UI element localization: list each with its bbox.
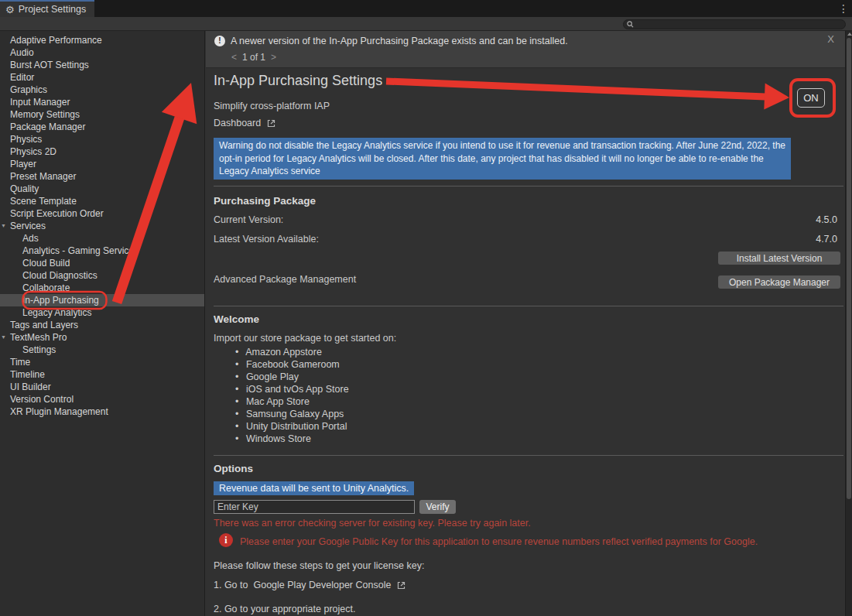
sidebar-item-label: Adaptive Performance xyxy=(10,35,102,46)
store-name: Samsung Galaxy Apps xyxy=(246,409,344,419)
open-package-manager-button[interactable]: Open Package Manager xyxy=(718,275,840,289)
sidebar-item[interactable]: TextMesh Pro xyxy=(0,331,204,344)
search-input[interactable] xyxy=(634,20,827,29)
store-name: Unity Distribution Portal xyxy=(246,421,347,432)
pager-prev-icon[interactable]: < xyxy=(231,52,237,63)
sidebar-item[interactable]: Services xyxy=(0,220,204,232)
tab-project-settings[interactable]: ⚙ Project Settings xyxy=(0,0,94,17)
window-title-bar: ⚙ Project Settings ⋮ xyxy=(0,0,852,17)
sidebar-item-label: TextMesh Pro xyxy=(10,332,67,343)
sidebar-item[interactable]: Physics 2D xyxy=(0,145,204,158)
sidebar-item[interactable]: Cloud Diagnostics xyxy=(0,269,204,282)
sidebar-item-label: Tags and Layers xyxy=(10,320,78,330)
alert-icon: ! xyxy=(214,36,225,46)
sidebar-item[interactable]: Preset Manager xyxy=(0,170,204,183)
google-key-warning-text: Please enter your Google Public Key for … xyxy=(240,536,758,547)
window-menu-icon[interactable]: ⋮ xyxy=(837,2,850,15)
sidebar-item[interactable]: XR Plugin Management xyxy=(0,406,204,418)
store-list-item: iOS and tvOs App Store xyxy=(235,383,349,395)
sidebar-item-label: Player xyxy=(10,159,36,169)
analytics-note-badge: Revenue data will be sent to Unity Analy… xyxy=(214,481,414,495)
tab-title: Project Settings xyxy=(19,4,87,15)
pager-count: 1 of 1 xyxy=(242,52,265,63)
welcome-intro: Import our store package to get started … xyxy=(214,333,396,344)
vertical-scrollbar[interactable] xyxy=(845,31,852,616)
verify-button[interactable]: Verify xyxy=(419,500,456,514)
sidebar-item[interactable]: Quality xyxy=(0,183,204,195)
sidebar-item-label: Ads xyxy=(22,233,39,244)
sidebar-item[interactable]: Scene Template xyxy=(0,195,204,207)
sidebar-item-label: Collaborate xyxy=(22,282,70,293)
sidebar-item-label: Graphics xyxy=(10,84,47,95)
info-icon: i xyxy=(219,533,233,547)
foldout-triangle-icon[interactable] xyxy=(1,220,9,232)
sidebar-item-label: Time xyxy=(10,357,30,368)
store-name: Amazon Appstore xyxy=(245,347,322,358)
sidebar-item[interactable]: Analytics - Gaming Services xyxy=(0,245,204,257)
sidebar-item[interactable]: Version Control xyxy=(0,393,204,406)
sidebar-item[interactable]: Editor xyxy=(0,71,204,84)
sidebar-item[interactable]: Script Execution Order xyxy=(0,207,204,220)
scrollbar-thumb[interactable] xyxy=(847,38,851,499)
license-key-input[interactable] xyxy=(214,500,415,514)
sidebar-item[interactable]: Tags and Layers xyxy=(0,319,204,331)
step-1-prefix: 1. Go to xyxy=(214,580,248,590)
sidebar-item[interactable]: Input Manager xyxy=(0,96,204,108)
sidebar-item-label: Legacy Analytics xyxy=(22,307,91,318)
sidebar-item-label: Version Control xyxy=(10,394,74,405)
legacy-analytics-warning: Warning do not disable the Legacy Analyt… xyxy=(214,138,791,180)
sidebar-item[interactable]: Adaptive Performance xyxy=(0,34,204,46)
settings-sidebar: Adaptive Performance Audio Burst AOT Set… xyxy=(0,31,205,616)
sidebar-item[interactable]: Player xyxy=(0,158,204,170)
sidebar-item-label: Quality xyxy=(10,183,39,194)
service-toggle-button[interactable]: ON xyxy=(797,88,825,108)
sidebar-item[interactable]: Timeline xyxy=(0,368,204,381)
sidebar-item[interactable]: Audio xyxy=(0,46,204,59)
sidebar-item[interactable]: Burst AOT Settings xyxy=(0,59,204,71)
notification-pager: < 1 of 1 > xyxy=(231,52,276,63)
in-app-purchasing-panel: ! A newer version of the In-App Purchasi… xyxy=(206,31,845,616)
sidebar-item-label: Memory Settings xyxy=(10,109,80,120)
search-field[interactable] xyxy=(623,19,846,29)
store-list-item: Unity Distribution Portal xyxy=(235,420,349,433)
sidebar-item-label: Scene Template xyxy=(10,196,77,207)
sidebar-item[interactable]: Physics xyxy=(0,133,204,145)
dashboard-link[interactable]: Dashboard xyxy=(214,118,276,128)
store-list-item: Facebook Gameroom xyxy=(235,358,349,371)
sidebar-item[interactable]: Legacy Analytics xyxy=(0,306,204,319)
sidebar-item[interactable]: In-App Purchasing xyxy=(0,294,204,306)
sidebar-item-label: Script Execution Order xyxy=(10,208,104,219)
sidebar-item[interactable]: Package Manager xyxy=(0,121,204,133)
sidebar-item[interactable]: Ads xyxy=(0,232,204,245)
sidebar-item-label: Services xyxy=(10,221,46,231)
current-version-value: 4.5.0 xyxy=(816,214,837,225)
step-1: 1. Go to Google Play Developer Console xyxy=(214,580,406,590)
update-notification-bar: ! A newer version of the In-App Purchasi… xyxy=(206,31,845,68)
store-name: Facebook Gameroom xyxy=(246,359,340,370)
sidebar-item[interactable]: Collaborate xyxy=(0,282,204,294)
sidebar-item[interactable]: Cloud Build xyxy=(0,257,204,269)
sidebar-item-label: Input Manager xyxy=(10,97,70,108)
section-divider xyxy=(214,455,843,456)
pager-next-icon[interactable]: > xyxy=(271,52,276,63)
latest-version-value: 4.7.0 xyxy=(816,234,837,245)
google-play-console-link[interactable]: Google Play Developer Console xyxy=(253,580,391,590)
install-latest-version-button[interactable]: Install Latest Version xyxy=(718,252,840,265)
sidebar-item[interactable]: Settings xyxy=(0,344,204,356)
foldout-triangle-icon[interactable] xyxy=(1,331,9,344)
sidebar-item-label: Preset Manager xyxy=(10,171,76,182)
sidebar-item-label: Settings xyxy=(22,344,56,355)
page-subtitle: Simplify cross-platform IAP xyxy=(214,101,330,111)
store-list: Amazon Appstore Facebook Gameroom Google… xyxy=(235,346,349,445)
gear-icon: ⚙ xyxy=(5,5,15,15)
sidebar-item-label: XR Plugin Management xyxy=(10,406,108,417)
scroll-up-icon[interactable] xyxy=(847,33,852,36)
sidebar-item[interactable]: UI Builder xyxy=(0,381,204,393)
sidebar-item[interactable]: Graphics xyxy=(0,84,204,96)
sidebar-item[interactable]: Memory Settings xyxy=(0,108,204,121)
search-icon xyxy=(627,21,634,28)
store-name: Google Play xyxy=(246,371,299,382)
sidebar-item[interactable]: Time xyxy=(0,356,204,368)
section-divider xyxy=(214,186,843,187)
close-icon[interactable]: X xyxy=(827,33,834,45)
